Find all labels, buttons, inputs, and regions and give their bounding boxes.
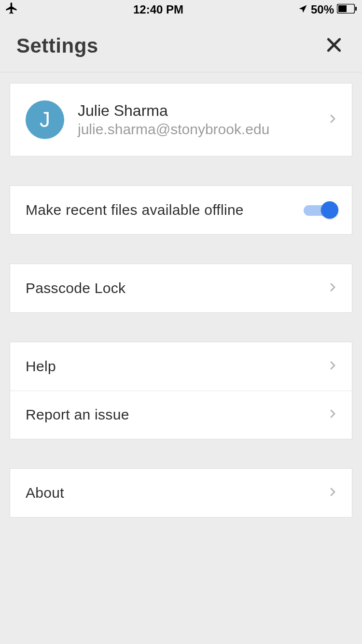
account-email: julie.sharma@stonybrook.edu xyxy=(78,121,327,138)
report-row[interactable]: Report an issue xyxy=(10,391,352,439)
toggle-knob xyxy=(321,201,338,219)
help-row[interactable]: Help xyxy=(10,342,352,391)
help-report-card: Help Report an issue xyxy=(10,342,352,439)
account-row[interactable]: J Julie Sharma julie.sharma@stonybrook.e… xyxy=(10,84,352,156)
close-icon xyxy=(324,35,344,56)
offline-row: Make recent files available offline xyxy=(10,186,352,234)
airplane-mode-icon xyxy=(5,1,18,18)
header: Settings xyxy=(0,19,362,72)
chevron-right-icon xyxy=(327,281,338,295)
passcode-row[interactable]: Passcode Lock xyxy=(10,264,352,312)
chevron-right-icon xyxy=(327,113,338,126)
about-card: About xyxy=(10,468,352,518)
chevron-right-icon xyxy=(327,486,338,500)
about-label: About xyxy=(26,485,327,501)
page-title: Settings xyxy=(16,34,98,57)
svg-rect-1 xyxy=(338,5,347,12)
status-left xyxy=(5,1,18,18)
account-text: Julie Sharma julie.sharma@stonybrook.edu xyxy=(78,101,327,138)
chevron-right-icon xyxy=(327,408,338,421)
close-button[interactable] xyxy=(322,34,346,57)
report-label: Report an issue xyxy=(26,406,327,423)
content: J Julie Sharma julie.sharma@stonybrook.e… xyxy=(0,83,362,518)
account-name: Julie Sharma xyxy=(78,101,327,120)
battery-percent: 50% xyxy=(311,3,334,16)
passcode-label: Passcode Lock xyxy=(26,280,327,296)
status-bar: 12:40 PM 50% xyxy=(0,0,362,19)
about-row[interactable]: About xyxy=(10,469,352,517)
offline-label: Make recent files available offline xyxy=(26,202,304,218)
chevron-right-icon xyxy=(327,360,338,373)
location-icon xyxy=(298,3,308,16)
offline-card: Make recent files available offline xyxy=(10,185,352,235)
passcode-card: Passcode Lock xyxy=(10,264,352,313)
status-time: 12:40 PM xyxy=(133,3,183,16)
help-label: Help xyxy=(26,358,327,375)
svg-rect-2 xyxy=(355,7,357,11)
offline-toggle[interactable] xyxy=(304,201,338,219)
status-right: 50% xyxy=(298,3,357,16)
avatar: J xyxy=(26,100,64,139)
account-card: J Julie Sharma julie.sharma@stonybrook.e… xyxy=(10,83,352,156)
battery-icon xyxy=(337,3,357,16)
